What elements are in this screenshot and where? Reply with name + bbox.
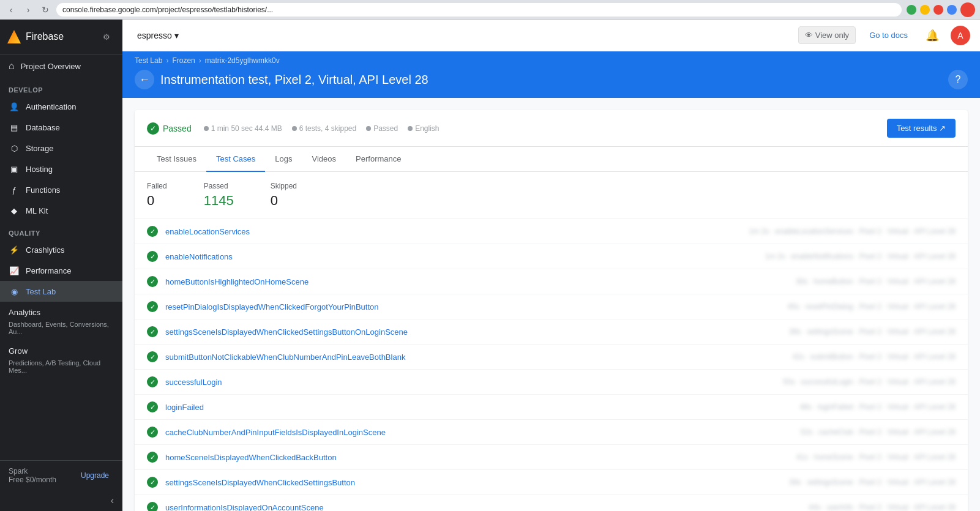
project-dropdown-icon: ▾ xyxy=(174,31,179,40)
test-meta-text: 38s · settingsScene · Pixel 2 · Virtual … xyxy=(789,327,956,336)
browser-back-button[interactable]: ‹ xyxy=(5,4,17,16)
test-pass-icon: ✓ xyxy=(147,326,158,337)
main-content: espresso ▾ 👁 View only Go to docs 🔔 A Te… xyxy=(122,20,980,511)
test-name-link[interactable]: enableLocationServices xyxy=(165,227,742,236)
passed-label: Passed xyxy=(163,124,192,133)
test-name-link[interactable]: enableNotifications xyxy=(165,252,758,261)
test-meta-text: 41s · homeScene · Pixel 2 · Virtual · AP… xyxy=(796,453,956,461)
sidebar: Firebase ⚙ ⌂ Project Overview Develop 👤 … xyxy=(0,20,122,511)
app-container: Firebase ⚙ ⌂ Project Overview Develop 👤 … xyxy=(0,20,980,511)
sidebar-item-test-lab[interactable]: ◉ Test Lab xyxy=(0,281,122,302)
test-meta-text: 42s · submitButton · Pixel 2 · Virtual ·… xyxy=(792,352,956,361)
table-row: ✓settingsSceneIsDisplayedWhenClickedSett… xyxy=(135,470,968,495)
develop-section-label: Develop xyxy=(0,78,122,96)
back-button[interactable]: ← xyxy=(135,70,154,89)
skipped-stat: Skipped 0 xyxy=(271,182,297,209)
table-row: ✓homeButtonIsHighlightedOnHomeScene30s ·… xyxy=(135,269,968,294)
page-title: ← Instrumentation test, Pixel 2, Virtual… xyxy=(135,70,428,89)
stats-row: Failed 0 Passed 1145 Skipped 0 xyxy=(135,172,968,219)
collapse-sidebar-button[interactable]: ‹ xyxy=(0,490,122,511)
view-only-button[interactable]: 👁 View only xyxy=(798,26,856,44)
browser-icon-3 xyxy=(933,5,943,15)
tabs-bar: Test Issues Test Cases Logs Videos Perfo… xyxy=(135,147,968,172)
test-name-link[interactable]: homeButtonIsHighlightedOnHomeScene xyxy=(165,277,788,286)
test-name-link[interactable]: submitButtonNotClickableWhenClubNumberAn… xyxy=(165,352,785,362)
avatar[interactable]: A xyxy=(951,26,970,45)
ml-icon: ◆ xyxy=(9,205,20,216)
test-name-link[interactable]: resetPinDialogIsDisplayedWhenClickedForg… xyxy=(165,302,780,311)
sidebar-item-storage[interactable]: ⬡ Storage xyxy=(0,138,122,159)
analytics-section-title: Analytics xyxy=(0,302,122,319)
tab-test-issues[interactable]: Test Issues xyxy=(147,147,206,172)
test-name-link[interactable]: userInformationIsDisplayedOnAccountScene xyxy=(165,503,801,512)
home-icon: ⌂ xyxy=(9,61,15,72)
sidebar-item-hosting[interactable]: ▣ Hosting xyxy=(0,159,122,179)
test-pass-icon: ✓ xyxy=(147,401,158,412)
browser-forward-button[interactable]: › xyxy=(22,4,34,16)
user-icon[interactable] xyxy=(960,2,975,17)
tab-test-cases[interactable]: Test Cases xyxy=(206,147,265,172)
test-meta-text: 39s · settingsScene · Pixel 2 · Virtual … xyxy=(789,478,956,487)
upgrade-button[interactable]: Upgrade xyxy=(76,469,114,482)
test-pass-icon: ✓ xyxy=(147,351,158,362)
firebase-logo: Firebase xyxy=(7,30,64,43)
sidebar-item-database[interactable]: ▤ Database xyxy=(0,117,122,138)
spark-info: Spark Free $0/month xyxy=(9,467,56,484)
table-row: ✓userInformationIsDisplayedOnAccountScen… xyxy=(135,495,968,511)
page-header: Test Lab › Frozen › matrix-2d5yglhwmkk0v… xyxy=(122,51,980,98)
breadcrumb-frozen[interactable]: Frozen xyxy=(172,56,195,65)
tab-performance[interactable]: Performance xyxy=(346,147,411,172)
table-row: ✓successfulLogin55s · successfulLogin · … xyxy=(135,370,968,395)
table-row: ✓enableNotifications1m 2s · enableNotifi… xyxy=(135,244,968,269)
test-pass-icon: ✓ xyxy=(147,427,158,438)
sidebar-item-crashlytics[interactable]: ⚡ Crashlytics xyxy=(0,239,122,260)
browser-refresh-button[interactable]: ↻ xyxy=(39,4,51,16)
test-name-link[interactable]: successfulLogin xyxy=(165,378,776,387)
page-title-bar: ← Instrumentation test, Pixel 2, Virtual… xyxy=(135,67,968,98)
test-lab-icon: ◉ xyxy=(9,286,20,297)
project-overview-button[interactable]: ⌂ Project Overview xyxy=(0,54,122,78)
table-row: ✓submitButtonNotClickableWhenClubNumberA… xyxy=(135,345,968,370)
browser-icon-4 xyxy=(947,5,957,15)
settings-button[interactable]: ⚙ xyxy=(98,28,115,45)
test-list: ✓enableLocationServices1m 2s · enableLoc… xyxy=(135,219,968,511)
test-pass-icon: ✓ xyxy=(147,477,158,488)
tab-logs[interactable]: Logs xyxy=(265,147,302,172)
test-meta-text: 44s · userInfo · Pixel 2 · Virtual · API… xyxy=(809,503,956,511)
breadcrumb-test-lab[interactable]: Test Lab xyxy=(135,56,162,65)
test-pass-icon: ✓ xyxy=(147,376,158,387)
status-dot-4 xyxy=(408,126,413,131)
test-name-link[interactable]: settingsSceneIsDisplayedWhenClickedSetti… xyxy=(165,478,782,487)
test-name-link[interactable]: cacheClubNumberAndPinInputFieldsIsDispla… xyxy=(165,428,793,437)
test-pass-icon: ✓ xyxy=(147,226,158,237)
eye-icon: 👁 xyxy=(805,31,813,40)
quality-section-label: Quality xyxy=(0,221,122,239)
sidebar-item-authentication[interactable]: 👤 Authentication xyxy=(0,96,122,117)
firebase-icon xyxy=(7,30,21,43)
address-bar[interactable] xyxy=(56,3,902,17)
help-button[interactable]: ? xyxy=(948,70,968,89)
test-name-link[interactable]: homeSceneIsDisplayedWhenClickedBackButto… xyxy=(165,453,788,462)
go-to-docs-button[interactable]: Go to docs xyxy=(863,27,914,43)
test-results-button[interactable]: Test results ↗ xyxy=(887,119,956,138)
status-bar: ✓ Passed 1 min 50 sec 44.4 MB 6 tests, 4… xyxy=(135,110,968,147)
browser-bar: ‹ › ↻ xyxy=(0,0,980,20)
tab-videos[interactable]: Videos xyxy=(302,147,346,172)
test-pass-icon: ✓ xyxy=(147,452,158,463)
status-meta-tests: 6 tests, 4 skipped xyxy=(292,124,356,133)
status-meta-time: 1 min 50 sec 44.4 MB xyxy=(204,124,282,133)
top-bar: espresso ▾ 👁 View only Go to docs 🔔 A xyxy=(122,20,980,51)
breadcrumb-matrix[interactable]: matrix-2d5yglhwmkk0v xyxy=(205,56,280,65)
notification-button[interactable]: 🔔 xyxy=(921,24,943,47)
failed-stat: Failed 0 xyxy=(147,182,167,209)
project-selector[interactable]: espresso ▾ xyxy=(132,28,184,43)
table-row: ✓settingsSceneIsDisplayedWhenClickedSett… xyxy=(135,319,968,345)
table-row: ✓cacheClubNumberAndPinInputFieldsIsDispl… xyxy=(135,420,968,445)
sidebar-item-ml-kit[interactable]: ◆ ML Kit xyxy=(0,200,122,221)
sidebar-footer: Spark Free $0/month Upgrade xyxy=(0,460,122,490)
test-name-link[interactable]: settingsSceneIsDisplayedWhenClickedSetti… xyxy=(165,327,782,337)
sidebar-item-performance[interactable]: 📈 Performance xyxy=(0,260,122,281)
test-name-link[interactable]: loginFailed xyxy=(165,403,792,412)
sidebar-item-functions[interactable]: ƒ Functions xyxy=(0,179,122,200)
status-meta: 1 min 50 sec 44.4 MB 6 tests, 4 skipped … xyxy=(204,124,440,133)
